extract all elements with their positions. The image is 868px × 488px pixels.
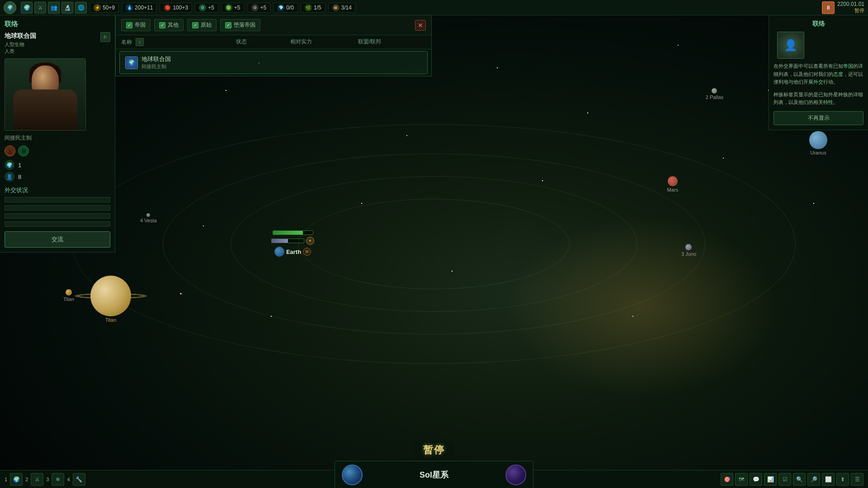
system-name: Sol星系	[420, 469, 448, 480]
minerals-value: 200+11	[135, 5, 153, 11]
diplo-table-header: 名称 ↕ 状态 相对实力 联盟/联邦	[116, 35, 431, 49]
row-status: -	[232, 60, 286, 66]
sort-name-icon[interactable]: ↕	[136, 38, 144, 46]
mars-planet[interactable]: Mars	[667, 176, 678, 192]
food-value: 100+3	[173, 5, 188, 11]
system-galaxy-icon[interactable]	[505, 465, 526, 485]
bottom-tab-2[interactable]: 2 ⚔	[25, 473, 43, 486]
tab-1-icon[interactable]: 🌍	[10, 473, 23, 486]
info-panel-title: 联络	[774, 20, 863, 28]
date-value: 2200.01.01	[837, 1, 864, 7]
nav-icon-3[interactable]: 👥	[48, 2, 60, 14]
mars-label: Mars	[667, 187, 678, 192]
energy-value: 50+9	[103, 5, 115, 11]
pallas-label: 2 Pallas	[706, 94, 723, 100]
highlight-attitude: 态度	[833, 71, 843, 77]
minimap-btn-up[interactable]: ⬆	[836, 473, 849, 486]
empire-type: 人型生物	[5, 41, 36, 48]
diplo-bar-1	[5, 197, 110, 202]
minimap-btn-stats[interactable]: 📊	[764, 473, 777, 486]
system-bar: Sol星系	[335, 461, 533, 488]
leader-face-icon: 👤	[784, 39, 797, 52]
minimap-btn-target[interactable]: 🎯	[721, 473, 733, 486]
bottom-tab-1[interactable]: 1 🌍	[5, 473, 23, 486]
pause-button[interactable]: ⏸	[822, 1, 835, 14]
uranus-planet[interactable]: Uranus	[809, 131, 827, 155]
tab-2-num: 2	[25, 477, 28, 482]
juno-planet[interactable]: 3 Juno	[681, 244, 696, 257]
filter-other-label: 其他	[168, 21, 179, 29]
filter-empire[interactable]: ✓ 帝国	[121, 19, 151, 31]
minimap-btn-zoom[interactable]: 🔎	[807, 473, 820, 486]
nav-icon-1[interactable]: 🌍	[21, 2, 33, 14]
tab-4-num: 4	[67, 477, 70, 482]
tab-4-icon[interactable]: 🔧	[73, 473, 85, 486]
minimap-btn-search[interactable]: 🔍	[793, 473, 806, 486]
bottom-tab-3[interactable]: 3 ❄	[46, 473, 64, 486]
filter-fallen-label: 堕落帝国	[234, 21, 255, 29]
empire-flag-btn[interactable]: 🏳	[100, 32, 110, 42]
nav-icon-5[interactable]: 🌐	[75, 2, 87, 14]
research-icon: ⚙	[199, 4, 206, 11]
bottom-tab-4[interactable]: 4 🔧	[67, 473, 85, 486]
titan-label: Titan	[63, 296, 74, 302]
bio-icon: 🌿	[305, 4, 312, 11]
pallas-planet[interactable]: 2 Pallas	[706, 88, 723, 100]
nav-icon-4[interactable]: 🔬	[61, 2, 73, 14]
empire-logo[interactable]: 🌍	[4, 1, 16, 14]
nav-icon-2[interactable]: ⚔	[34, 2, 46, 14]
filter-primitive[interactable]: ✓ 原始	[187, 19, 217, 31]
tab-3-icon[interactable]: ❄	[52, 473, 64, 486]
filter-fallen[interactable]: ✓ 堕落帝国	[220, 19, 260, 31]
earth-icon-1[interactable]: ⚙	[303, 248, 311, 256]
highlight-traits: 特性	[823, 99, 833, 105]
earth-badge[interactable]: Earth ⚙	[274, 247, 311, 257]
food-icon: 🔴	[164, 4, 171, 11]
minimap-btn-checklist[interactable]: ☑	[778, 473, 791, 486]
filter-primitive-check: ✓	[192, 22, 198, 28]
saturn-planet[interactable]: Titan	[90, 276, 131, 323]
earth-indicator[interactable]: ✦ Earth ⚙	[271, 230, 314, 257]
system-globe-icon[interactable]	[342, 465, 363, 485]
pause-status: 暂停	[837, 7, 864, 14]
earth-upgrade-icon[interactable]: ✦	[306, 237, 314, 245]
resource-bio: 🌿 1/5	[301, 3, 326, 13]
resource-energy: ⚡ 50+9	[90, 3, 119, 13]
earth-action-icons: ⚙	[303, 248, 311, 256]
minimap-btn-frame[interactable]: ⬜	[822, 473, 835, 486]
tab-2-icon[interactable]: ⚔	[31, 473, 43, 486]
earth-bar-fill-1	[273, 231, 303, 235]
col-status: 状态	[236, 38, 290, 46]
diplo-bars	[5, 197, 110, 227]
topbar: 🌍 🌍 ⚔ 👥 🔬 🌐 ⚡ 50+9 💧 200+11 🔴 100+3 ⚙ +5…	[0, 0, 868, 15]
pop-stats-icon: 👤	[5, 172, 14, 182]
filter-other-check: ✓	[159, 22, 165, 28]
filter-empire-label: 帝国	[135, 21, 146, 29]
titan-planet[interactable]: Titan	[63, 289, 74, 302]
minimap-btn-menu[interactable]: ☰	[851, 473, 863, 486]
pop-icon: 🏛	[332, 4, 340, 11]
pause-icon: ⏸	[826, 5, 831, 11]
pallas-body	[712, 88, 717, 94]
diplo-close-button[interactable]: ✕	[415, 20, 426, 31]
earth-bar-2	[271, 239, 304, 243]
vesta-planet[interactable]: 4 Vesta	[140, 213, 157, 223]
exchange-button[interactable]: 交流	[5, 231, 110, 248]
empire-flag-icon: 🌍	[125, 56, 138, 69]
minimap-btn-chat[interactable]: 💬	[750, 473, 762, 486]
minimap-btn-map[interactable]: 🗺	[735, 473, 748, 486]
left-panel: 联络 地球联合国 人型生物 人类 🏳 间接民主制 △ ☮ 🌍 1 👤 8 外交状…	[0, 15, 115, 253]
diplo-bar-4	[5, 221, 110, 227]
row-empire-name: 地球联合国	[142, 55, 171, 63]
vesta-body	[146, 213, 150, 217]
left-panel-title: 联络	[5, 20, 110, 28]
resource-influence: ⚙ +5	[247, 3, 271, 13]
no-show-button[interactable]: 不再显示	[774, 111, 863, 125]
tab-1-num: 1	[5, 477, 7, 482]
table-row[interactable]: 🌍 地球联合国 间接民主制 -	[119, 51, 428, 74]
info-header-row: 👤	[774, 32, 863, 59]
uranus-body	[809, 131, 827, 149]
char-body	[13, 89, 77, 130]
col-name-label: 名称	[121, 38, 132, 46]
filter-other[interactable]: ✓ 其他	[154, 19, 184, 31]
